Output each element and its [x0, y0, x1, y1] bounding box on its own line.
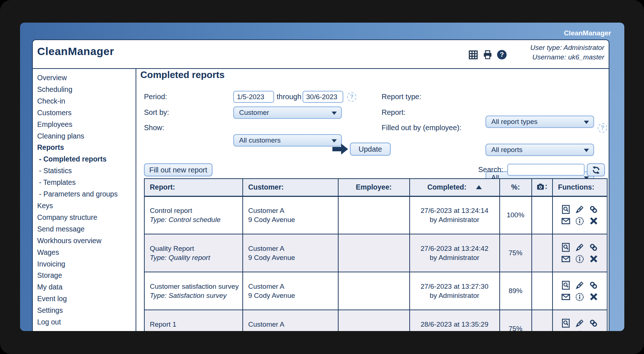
edit-icon[interactable]: [575, 243, 584, 252]
sort-by-label: Sort by:: [144, 108, 169, 117]
sidebar-item-reports[interactable]: Reports: [33, 142, 136, 153]
fill-out-new-report-label: Fill out new report: [149, 166, 207, 174]
col-header-employee[interactable]: Employee:: [338, 179, 410, 196]
app-title: CleanManager: [37, 45, 114, 58]
col-header-photo[interactable]: :: [532, 179, 553, 196]
employee-cell: [338, 234, 410, 272]
update-button[interactable]: Update: [350, 143, 391, 156]
link-icon[interactable]: [589, 243, 598, 252]
user-type: User type: Administrator: [530, 43, 604, 52]
sidebar-item-storage[interactable]: Storage: [33, 270, 136, 281]
chevron-down-icon: [584, 149, 589, 152]
completed-by: by Administrator: [410, 329, 499, 331]
delete-icon[interactable]: [589, 254, 598, 264]
sidebar-item-my-data[interactable]: My data: [33, 281, 136, 293]
info-icon[interactable]: [575, 330, 584, 331]
mail-icon[interactable]: [561, 330, 570, 331]
report-type-select[interactable]: All report types: [485, 116, 594, 128]
sidebar-item-employees[interactable]: Employees: [33, 119, 136, 131]
help-icon[interactable]: ?: [497, 50, 507, 59]
sidebar-item-invoicing[interactable]: Invoicing: [33, 258, 136, 270]
sidebar-item-wages[interactable]: Wages: [33, 247, 136, 258]
edit-icon[interactable]: [575, 205, 584, 214]
view-icon[interactable]: [561, 319, 570, 328]
sidebar-item-check-in[interactable]: Check-in: [33, 96, 136, 107]
sidebar-item-statistics[interactable]: - Statistics: [33, 165, 136, 177]
customer-name[interactable]: Customer A: [248, 282, 337, 291]
sidebar-nav: Overview Scheduling Check-in Customers E…: [33, 69, 136, 331]
refresh-button[interactable]: [587, 163, 605, 176]
report-name[interactable]: Report 1: [150, 320, 242, 329]
sidebar-item-settings[interactable]: Settings: [33, 305, 136, 316]
delete-icon[interactable]: [589, 217, 598, 226]
completed-date: 27/6-2023 at 13:27:30: [410, 282, 499, 291]
sort-asc-icon[interactable]: [476, 185, 482, 189]
table-header-row: Report: Customer: Employee: Completed: %…: [144, 179, 607, 196]
report-type: Type: Satisfaction survey: [150, 291, 242, 300]
search-label: Search:: [478, 166, 503, 174]
delete-icon[interactable]: [589, 292, 598, 302]
sidebar-item-overview[interactable]: Overview: [33, 72, 136, 84]
info-icon[interactable]: [575, 217, 584, 226]
view-icon[interactable]: [561, 205, 570, 214]
period-label: Period:: [144, 93, 167, 101]
table-row: Control report Type: Control schedule Cu…: [144, 196, 607, 234]
sidebar-item-keys[interactable]: Keys: [33, 200, 136, 212]
col-header-customer[interactable]: Customer:: [243, 179, 338, 196]
period-to-input[interactable]: [303, 91, 343, 103]
col-header-completed[interactable]: Completed:: [410, 179, 500, 196]
mail-icon[interactable]: [561, 217, 570, 226]
edit-icon[interactable]: [575, 281, 584, 290]
info-icon[interactable]: [575, 254, 584, 264]
period-from-input[interactable]: [233, 91, 274, 103]
link-icon[interactable]: [589, 281, 598, 290]
col-header-report[interactable]: Report:: [144, 179, 243, 196]
filled-out-by-question-icon[interactable]: ?: [598, 123, 607, 133]
view-icon[interactable]: [561, 281, 570, 290]
show-select[interactable]: All customers: [233, 134, 342, 147]
completed-date: 27/6-2023 at 13:24:42: [410, 244, 499, 253]
sidebar-item-completed-reports[interactable]: - Completed reports: [33, 153, 136, 165]
customer-name[interactable]: Customer A: [248, 320, 337, 329]
edit-icon[interactable]: [575, 319, 584, 328]
mail-icon[interactable]: [561, 292, 570, 302]
customer-name[interactable]: Customer A: [248, 206, 337, 215]
period-question-icon[interactable]: ?: [347, 92, 356, 102]
mail-icon[interactable]: [561, 254, 570, 264]
col-header-percent[interactable]: %:: [500, 179, 532, 196]
sidebar-item-templates[interactable]: - Templates: [33, 177, 136, 188]
sidebar-item-log-out[interactable]: Log out: [33, 316, 136, 328]
completed-by: by Administrator: [410, 215, 499, 224]
report-name[interactable]: Quality Report: [150, 244, 242, 253]
sidebar-item-send-message[interactable]: Send message: [33, 223, 136, 235]
sidebar-item-customers[interactable]: Customers: [33, 107, 136, 119]
link-icon[interactable]: [589, 205, 598, 214]
reports-table: Report: Customer: Employee: Completed: %…: [144, 178, 608, 331]
grid-icon[interactable]: [468, 50, 478, 60]
print-icon[interactable]: [483, 50, 493, 60]
camera-header-suffix: :: [545, 182, 547, 191]
sidebar-item-workhours-overview[interactable]: Workhours overview: [33, 235, 136, 247]
photo-cell: [532, 196, 553, 234]
completed-by: by Administrator: [410, 253, 499, 262]
sidebar-item-company-structure[interactable]: Company structure: [33, 212, 136, 223]
link-icon[interactable]: [589, 319, 598, 328]
sidebar-item-scheduling[interactable]: Scheduling: [33, 84, 136, 96]
fill-out-new-report-button[interactable]: Fill out new report: [144, 163, 212, 176]
sort-by-select[interactable]: Customer: [233, 106, 342, 119]
search-input[interactable]: [507, 164, 585, 176]
report-name[interactable]: Control report: [150, 206, 242, 215]
info-icon[interactable]: [575, 292, 584, 302]
delete-icon[interactable]: [589, 330, 598, 331]
sidebar-item-parameters-and-groups[interactable]: - Parameters and groups: [33, 188, 136, 200]
report-value: All reports: [491, 146, 523, 154]
sidebar-item-event-log[interactable]: Event log: [33, 293, 136, 305]
through-label: through: [277, 93, 301, 101]
report-name[interactable]: Customer satisfaction survey: [150, 282, 242, 291]
table-row: Quality Report Type: Quality report Cust…: [144, 234, 607, 272]
sidebar-item-cleaning-plans[interactable]: Cleaning plans: [33, 131, 136, 142]
report-select[interactable]: All reports: [485, 144, 594, 156]
customer-name[interactable]: Customer A: [248, 244, 337, 253]
completed-date: 27/6-2023 at 13:24:14: [410, 206, 499, 215]
view-icon[interactable]: [561, 243, 570, 252]
